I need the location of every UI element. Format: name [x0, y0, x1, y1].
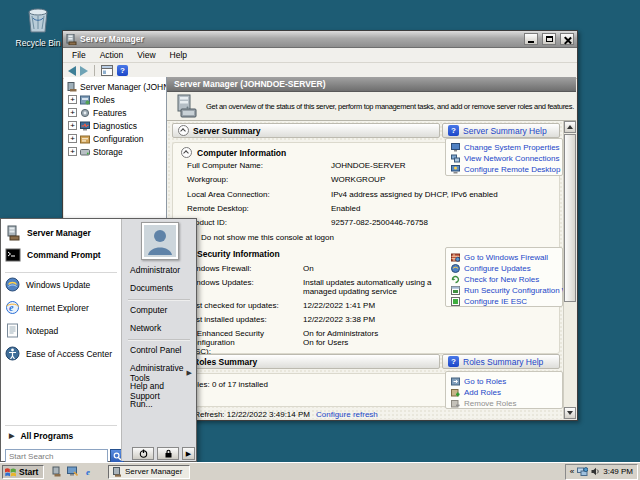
lock-button[interactable]	[157, 447, 179, 460]
configuration-icon	[80, 134, 90, 144]
start-item-command-prompt[interactable]: Command Prompt	[5, 247, 119, 263]
link-configure-remote-desktop[interactable]: Configure Remote Desktop	[451, 165, 561, 174]
expand-toggle-icon[interactable]	[68, 134, 77, 143]
scroll-up-button[interactable]	[564, 121, 576, 133]
window-titlebar[interactable]: Server Manager	[63, 31, 577, 48]
task-button-server-manager[interactable]: Server Manager	[108, 465, 190, 479]
volume-tray-icon[interactable]	[591, 467, 600, 476]
tree-item-features[interactable]: Features	[64, 106, 166, 119]
tray-clock[interactable]: 3:49 PM	[603, 467, 633, 476]
start-item-internet-explorer[interactable]: e Internet Explorer	[5, 300, 119, 315]
computer-information-header[interactable]: Computer Information	[181, 147, 286, 158]
power-button[interactable]	[132, 447, 154, 460]
roles-summary-bar: Roles Summary ? Roles Summary Help	[172, 354, 560, 369]
start-item-administrator[interactable]: Administrator	[130, 265, 192, 275]
network-tray-icon[interactable]	[577, 467, 588, 477]
tree-item-label[interactable]: Diagnostics	[93, 121, 137, 131]
quick-launch-show-desktop-icon[interactable]	[66, 466, 78, 478]
start-item-label: Notepad	[26, 326, 58, 336]
start-item-label: Run...	[130, 399, 153, 409]
configure-refresh-link[interactable]: Configure refresh	[316, 410, 378, 419]
remove-roles-icon	[451, 399, 460, 408]
menu-bar: File Action View Help	[63, 48, 577, 63]
start-item-help-and-support[interactable]: Help and Support	[130, 381, 192, 401]
link-remove-roles[interactable]: Remove Roles	[451, 399, 516, 408]
vertical-scrollbar[interactable]	[563, 121, 576, 419]
start-item-control-panel[interactable]: Control Panel	[130, 345, 192, 355]
link-go-to-roles[interactable]: Go to Roles	[451, 377, 506, 386]
start-item-administrative-tools[interactable]: Administrative Tools ▶	[130, 363, 192, 383]
expand-toggle-icon[interactable]	[68, 108, 77, 117]
expand-toggle-icon[interactable]	[68, 147, 77, 156]
tree-item-label[interactable]: Roles	[93, 95, 115, 105]
forward-arrow-icon[interactable]	[80, 66, 88, 76]
start-item-server-manager[interactable]: Server Manager	[5, 225, 119, 241]
start-button-label: Start	[19, 467, 38, 477]
tree-item-label[interactable]: Configuration	[93, 134, 144, 144]
tree-item-storage[interactable]: Storage	[64, 145, 166, 158]
close-button[interactable]	[560, 33, 574, 45]
tree-root[interactable]: Server Manager (JOHNDOE-SERVER)	[64, 80, 166, 93]
shutdown-options-button[interactable]: ▶	[182, 447, 195, 460]
tree-item-label[interactable]: Features	[93, 108, 127, 118]
start-item-notepad[interactable]: Notepad	[5, 323, 119, 338]
system-tray: « 3:49 PM	[565, 464, 638, 480]
user-avatar[interactable]	[141, 222, 179, 260]
all-programs[interactable]: ▶ All Programs	[9, 431, 73, 441]
quick-launch-internet-explorer-icon[interactable]: e	[82, 466, 94, 478]
scrollbar-thumb[interactable]	[564, 134, 576, 302]
quick-launch-server-manager-icon[interactable]	[50, 466, 62, 478]
start-item-computer[interactable]: Computer	[130, 305, 192, 315]
tree-item-label[interactable]: Storage	[93, 147, 123, 157]
expand-toggle-icon[interactable]	[68, 95, 77, 104]
start-item-network[interactable]: Network	[130, 323, 192, 333]
start-item-windows-update[interactable]: Windows Update	[5, 277, 119, 292]
task-button-label: Server Manager	[125, 467, 182, 476]
menu-file[interactable]: File	[65, 49, 93, 61]
server-summary-header[interactable]: Server Summary	[172, 123, 440, 138]
start-item-run[interactable]: Run...	[130, 399, 192, 409]
start-item-documents[interactable]: Documents	[130, 283, 192, 293]
link-configure-updates[interactable]: Configure Updates	[451, 264, 531, 273]
collapse-chevron-icon[interactable]	[178, 125, 189, 136]
tray-collapse-button[interactable]: «	[570, 467, 574, 476]
roles-summary-header[interactable]: Roles Summary	[172, 354, 440, 369]
link-view-network-connections[interactable]: View Network Connections	[451, 154, 559, 163]
search-input[interactable]	[5, 449, 108, 463]
minimize-button[interactable]	[524, 33, 538, 45]
windows-update-icon	[451, 264, 460, 273]
info-value: 12/22/2022 3:38 PM	[303, 315, 533, 324]
server-manager-node-icon	[67, 82, 77, 92]
start-item-ease-of-access[interactable]: Ease of Access Center	[5, 346, 119, 361]
tree-item-roles[interactable]: Roles	[64, 93, 166, 106]
menu-action[interactable]: Action	[93, 49, 131, 61]
menu-view[interactable]: View	[130, 49, 162, 61]
toolbar-separator	[94, 65, 95, 76]
tree-item-diagnostics[interactable]: Diagnostics	[64, 119, 166, 132]
minimize-icon	[528, 41, 534, 43]
console-tree-icon[interactable]	[101, 65, 113, 76]
start-item-label: Ease of Access Center	[26, 349, 112, 359]
link-add-roles[interactable]: Add Roles	[451, 388, 501, 397]
link-configure-ie-esc[interactable]: Configure IE ESC	[451, 297, 527, 306]
refresh-roles-icon	[451, 275, 460, 284]
collapse-chevron-icon[interactable]	[181, 147, 192, 158]
maximize-button[interactable]	[542, 33, 556, 45]
server-summary-help[interactable]: ? Server Summary Help	[442, 123, 560, 138]
expand-toggle-icon[interactable]	[68, 121, 77, 130]
link-change-system-properties[interactable]: Change System Properties	[451, 143, 560, 152]
start-button[interactable]: Start	[2, 465, 44, 479]
computer-links-box: Change System Properties View Network Co…	[445, 138, 563, 176]
roles-summary-help[interactable]: ? Roles Summary Help	[442, 354, 560, 369]
back-arrow-icon[interactable]	[68, 66, 76, 76]
scroll-down-button[interactable]	[564, 407, 576, 419]
menu-help[interactable]: Help	[163, 49, 194, 61]
link-label: View Network Connections	[464, 154, 559, 163]
link-check-for-new-roles[interactable]: Check for New Roles	[451, 275, 539, 284]
recycle-bin[interactable]: Recycle Bin	[6, 6, 70, 48]
help-icon[interactable]: ?	[117, 65, 128, 76]
tree-item-configuration[interactable]: Configuration	[64, 132, 166, 145]
ease-of-access-icon	[5, 346, 20, 361]
link-run-security-configuration-wizard[interactable]: Run Security Configuration Wizard	[451, 286, 576, 295]
link-go-to-windows-firewall[interactable]: Go to Windows Firewall	[451, 253, 548, 262]
